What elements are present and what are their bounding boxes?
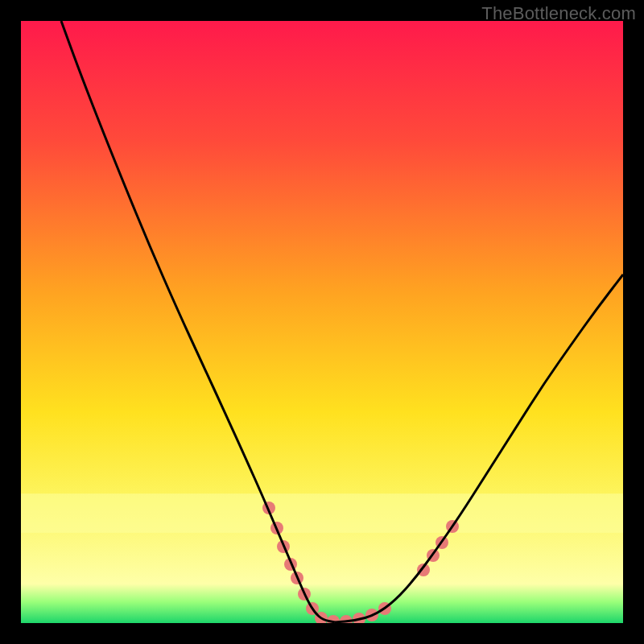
left-curve: [61, 21, 335, 622]
right-curve: [335, 275, 623, 622]
watermark-text: TheBottleneck.com: [481, 3, 636, 24]
chart-curve-layer: [21, 21, 623, 623]
chart-plot-area: [21, 21, 623, 623]
